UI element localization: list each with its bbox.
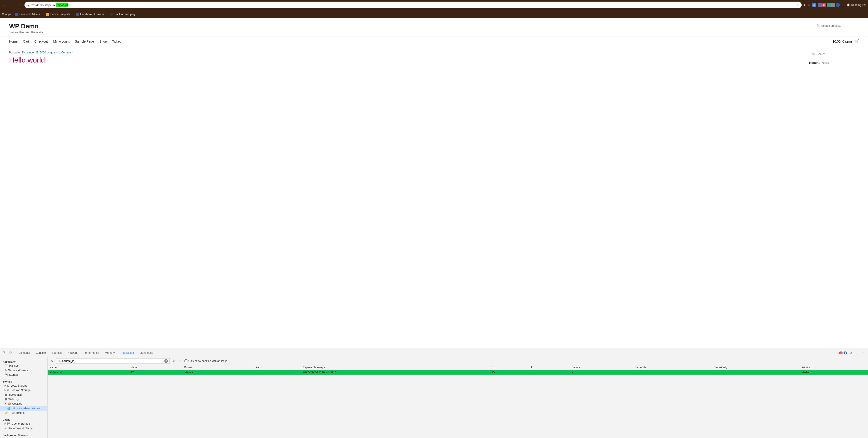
wp-sidebar-search[interactable]: 🔍 <box>809 51 859 57</box>
invoice-icon <box>46 13 49 16</box>
sidebar-item-cache-storage[interactable]: 💾 Cache Storage <box>0 422 48 426</box>
sidebar-item-session-storage[interactable]: ⊞ Session Storage <box>0 388 48 393</box>
more-options-button[interactable]: ⋮ <box>855 350 860 356</box>
apps-button[interactable]: ⊞ Apps <box>2 13 11 16</box>
bookmark-invoice[interactable]: Invoice Template... <box>46 13 72 16</box>
sidebar-item-cookies[interactable]: 🍪 Cookies <box>0 402 48 406</box>
post-comments-link[interactable]: 1 Comment <box>59 51 73 54</box>
col-domain[interactable]: Domain <box>182 365 254 370</box>
indexeddb-label: IndexedDB <box>8 393 22 396</box>
tab-elements[interactable]: Elements <box>16 350 33 356</box>
col-s[interactable]: S... <box>490 365 529 370</box>
device-toolbar-button[interactable] <box>8 350 13 356</box>
sidebar-search-input[interactable] <box>817 53 856 56</box>
star-icon[interactable]: ☆ <box>796 3 799 7</box>
bookmark-facebook-adv-label: Facebook Adverti... <box>19 13 42 16</box>
sidebar-item-background-fetch[interactable]: ↓ Background Fetch <box>0 437 48 438</box>
wp-search-box[interactable]: 🔍 <box>814 23 859 29</box>
ext2-icon[interactable]: 16 <box>822 3 826 7</box>
sidebar-item-websql[interactable]: 🗄 Web SQL <box>0 397 48 402</box>
tab-lighthouse[interactable]: Lighthouse <box>137 350 156 356</box>
clear-cookies-button[interactable]: ✕ <box>178 358 183 364</box>
col-secure[interactable]: Secure <box>570 365 633 370</box>
col-path[interactable]: Path <box>254 365 301 370</box>
col-sameparty[interactable]: SameParty <box>712 365 800 370</box>
warning-badge: 1 <box>843 351 847 355</box>
table-row[interactable]: affiliate_id 123 .stape.io / 2022-03-05T… <box>48 370 868 375</box>
close-devtools-button[interactable]: ✕ <box>861 350 866 356</box>
col-value[interactable]: Value <box>129 365 182 370</box>
nav-shop[interactable]: Shop <box>99 40 107 43</box>
wp-search-input[interactable] <box>821 24 856 27</box>
col-name[interactable]: Name <box>48 365 129 370</box>
bookmark-facebook-adv[interactable]: Facebook Adverti... <box>15 13 42 16</box>
cell-priority: Medium <box>800 370 868 375</box>
sidebar-item-trust-tokens[interactable]: 🔑 Trust Tokens <box>0 411 48 415</box>
forward-button[interactable]: → <box>9 2 16 8</box>
sidebar-item-indexeddb[interactable]: 🗃 IndexedDB <box>0 393 48 397</box>
devtools-sidebar: Application 📄 Manifest ⚙ Service Workers… <box>0 357 48 438</box>
tab-sources[interactable]: Sources <box>49 350 64 356</box>
cookie-filter-input[interactable] <box>62 360 163 363</box>
download-icon[interactable]: ⬇ <box>803 3 806 7</box>
clear-filter-button[interactable]: ✕ <box>164 359 168 363</box>
menu-icon[interactable]: ⋮ <box>841 3 845 7</box>
local-storage-label: Local Storage <box>11 384 27 387</box>
lock-icon: 🔒 <box>27 3 30 7</box>
tab-performance[interactable]: Performance <box>81 350 102 356</box>
filter-options-button[interactable]: ⚙ <box>171 358 176 364</box>
post-author-link[interactable]: gtm <box>50 51 55 54</box>
post-date-link[interactable]: December 29, 2020 <box>22 51 46 54</box>
col-samesite[interactable]: SameSite <box>633 365 712 370</box>
reading-list-button[interactable]: 📋 Reading List <box>847 3 866 7</box>
websql-label: Web SQL <box>8 398 20 401</box>
bookmark-icon[interactable]: ☆ <box>807 3 810 7</box>
tab-memory[interactable]: Memory <box>102 350 117 356</box>
nav-cart[interactable]: Cart <box>23 40 29 43</box>
ext1-icon[interactable] <box>818 3 822 7</box>
cell-domain: .stape.io <box>182 370 254 375</box>
nav-checkout[interactable]: Checkout <box>34 40 48 43</box>
col-expires[interactable]: Expires / Max-Age <box>301 365 490 370</box>
back-forward-icon: ↩ <box>4 427 7 430</box>
issue-filter-checkbox[interactable] <box>184 360 187 362</box>
cart-icon: 🛒 <box>855 39 859 43</box>
bookmarks-bar: ⊞ Apps Facebook Adverti... Invoice Templ… <box>0 10 868 18</box>
refresh-cookies-button[interactable]: ↻ <box>50 358 55 364</box>
address-bar-container[interactable]: 🔒 wp-demo.stape.io/?id=123 ☆ <box>25 2 802 8</box>
sidebar-item-local-storage[interactable]: ⊞ Local Storage <box>0 383 48 388</box>
cookies-label: Cookies <box>12 402 22 405</box>
reload-button[interactable]: ↻ <box>16 2 23 8</box>
sidebar-item-cookies-stape[interactable]: 🌐 https://wp-demo.stape.io <box>0 406 48 411</box>
devtools-tabs: Elements Console Sources Network Perform… <box>0 349 868 357</box>
websql-icon: 🗄 <box>4 398 7 401</box>
col-h[interactable]: H... <box>529 365 570 370</box>
settings-button[interactable]: ⚙ <box>848 350 854 356</box>
inspect-element-button[interactable] <box>2 350 7 356</box>
tab-console[interactable]: Console <box>33 350 49 356</box>
sidebar-item-back-forward-cache[interactable]: ↩ Back-forward Cache <box>0 426 48 431</box>
nav-samplepage[interactable]: Sample Page <box>75 40 94 43</box>
tab-application[interactable]: Application <box>118 350 137 356</box>
sidebar-item-service-workers[interactable]: ⚙ Service Workers <box>0 368 48 373</box>
ext3-icon[interactable] <box>827 3 831 7</box>
ext4-icon[interactable] <box>831 3 835 7</box>
cookie-search-icon: 🔍 <box>58 360 61 363</box>
bookmark-tracking[interactable]: Tracking setup by... <box>110 13 137 16</box>
cell-value: 123 <box>129 370 182 375</box>
sidebar-item-manifest[interactable]: 📄 Manifest <box>0 364 48 368</box>
back-button[interactable]: ← <box>2 2 8 8</box>
tab-network[interactable]: Network <box>65 350 80 356</box>
issue-filter-checkbox-label[interactable]: Only show cookies with an issue <box>184 360 227 363</box>
profile-icon[interactable]: A <box>812 3 816 7</box>
col-priority[interactable]: Priority <box>800 365 868 370</box>
bookmark-facebook-biz[interactable]: Facebook Business... <box>76 13 106 16</box>
cookie-search-box[interactable]: 🔍 ✕ <box>56 358 169 364</box>
nav-myaccount[interactable]: My account <box>53 40 69 43</box>
site-tagline: Just another WordPress site <box>9 31 43 34</box>
nav-ticket[interactable]: Ticket <box>112 40 121 43</box>
page-content: WP Demo Just another WordPress site 🔍 Ho… <box>0 18 868 348</box>
profile-avatar[interactable] <box>836 3 840 7</box>
nav-home[interactable]: Home <box>9 40 18 43</box>
sidebar-item-storage[interactable]: 💾 Storage <box>0 373 48 377</box>
